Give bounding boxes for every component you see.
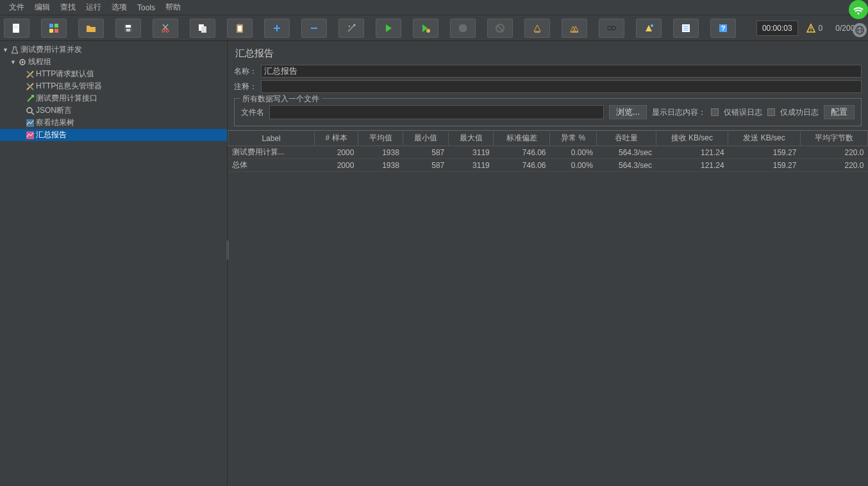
wrench-icon — [24, 70, 36, 79]
panel-title: 汇总报告 — [228, 41, 868, 63]
table-header[interactable]: 接收 KB/sec — [656, 131, 728, 146]
fieldset-legend: 所有数据写入一个文件 — [240, 94, 322, 105]
table-cell: 121.24 — [656, 159, 728, 172]
table-header[interactable]: 平均字节数 — [800, 131, 867, 146]
clear-all-button[interactable] — [562, 19, 587, 38]
svg-line-48 — [31, 112, 34, 115]
wand-button[interactable] — [338, 19, 364, 38]
config-button[interactable]: 配置 — [824, 105, 855, 119]
table-header[interactable]: 平均值 — [358, 131, 403, 146]
table-row[interactable]: 总体200019385873119746.060.00%564.3/sec121… — [228, 159, 868, 172]
save-button[interactable] — [115, 19, 141, 38]
tree-root[interactable]: ▼ 测试费用计算并发 — [0, 44, 227, 56]
name-label: 名称： — [234, 66, 257, 77]
table-header[interactable]: 发送 KB/sec — [728, 131, 801, 146]
tree-item-summary-report[interactable]: 汇总报告 — [0, 129, 227, 141]
file-input[interactable] — [269, 105, 604, 119]
menu-find[interactable]: 查找 — [55, 2, 81, 13]
splitter-handle[interactable] — [226, 237, 230, 263]
table-cell: 564.3/sec — [597, 146, 656, 159]
table-cell: 159.27 — [728, 159, 801, 172]
svg-text:?: ? — [721, 24, 726, 32]
table-cell: 587 — [403, 159, 448, 172]
add-button[interactable] — [264, 19, 290, 38]
table-cell: 746.06 — [494, 159, 550, 172]
name-input[interactable] — [261, 65, 862, 78]
help-button[interactable]: ? — [710, 19, 736, 38]
menu-edit[interactable]: 编辑 — [29, 2, 55, 13]
table-header[interactable]: 吞吐量 — [597, 131, 656, 146]
only-error-label: 仅错误日志 — [724, 107, 762, 118]
table-header[interactable]: 标准偏差 — [494, 131, 550, 146]
table-cell: 0.00% — [550, 159, 597, 172]
svg-rect-4 — [54, 24, 58, 28]
svg-point-11 — [166, 29, 169, 32]
tree-pane[interactable]: ▼ 测试费用计算并发 ▼ 线程组 HTTP请求默认值 HTTP信息头管理器 测试… — [0, 41, 228, 486]
svg-rect-2 — [13, 28, 19, 28]
globe-icon — [853, 23, 867, 37]
svg-point-31 — [651, 24, 653, 27]
log-label: 显示日志内容： — [652, 107, 706, 118]
gear-icon — [17, 58, 28, 67]
timer-display: 00:00:03 — [756, 21, 798, 36]
svg-point-41 — [22, 61, 24, 63]
menu-run[interactable]: 运行 — [81, 2, 106, 13]
table-cell: 2000 — [315, 159, 358, 172]
reset-search-button[interactable] — [636, 19, 662, 38]
table-header[interactable]: # 样本 — [315, 131, 358, 146]
assertion-icon — [24, 106, 36, 115]
table-cell: 1938 — [358, 146, 403, 159]
tree-item-http-defaults[interactable]: HTTP请求默认值 — [0, 68, 227, 80]
warning-count: 0 — [801, 23, 828, 33]
templates-button[interactable] — [41, 19, 67, 38]
svg-point-47 — [27, 108, 32, 113]
function-helper-button[interactable] — [673, 19, 699, 38]
table-header[interactable]: Label — [228, 131, 315, 146]
menu-options[interactable]: 选项 — [106, 2, 132, 13]
table-header[interactable]: 异常 % — [550, 131, 597, 146]
tree-item-assertion[interactable]: JSON断言 — [0, 105, 227, 117]
detail-pane: 汇总报告 名称： 注释： 所有数据写入一个文件 文件名 浏览... 显示日志内容… — [228, 41, 868, 486]
only-error-checkbox[interactable] — [711, 108, 719, 116]
svg-point-39 — [810, 30, 812, 31]
tree-item-sampler[interactable]: 测试费用计算接口 — [0, 92, 227, 105]
menu-help[interactable]: 帮助 — [160, 2, 186, 13]
svg-line-27 — [497, 26, 503, 31]
results-table: Label# 样本平均值最小值最大值标准偏差异常 %吞吐量接收 KB/sec发送… — [228, 130, 868, 172]
svg-point-24 — [349, 26, 350, 27]
copy-button[interactable] — [190, 19, 215, 38]
toolbar: ? 00:00:03 0 0/2000 — [0, 15, 868, 41]
tree-item-http-header[interactable]: HTTP信息头管理器 — [0, 80, 227, 92]
table-header[interactable]: 最大值 — [448, 131, 493, 146]
clear-button[interactable] — [524, 19, 550, 38]
remove-button[interactable] — [301, 19, 327, 38]
tree-item-results-tree[interactable]: 察看结果树 — [0, 117, 227, 129]
shutdown-button[interactable] — [487, 19, 513, 38]
svg-line-12 — [163, 24, 168, 29]
menu-file[interactable]: 文件 — [4, 2, 29, 13]
comment-input[interactable] — [261, 80, 862, 93]
table-cell: 测试费用计算... — [228, 146, 315, 159]
open-button[interactable] — [78, 19, 104, 38]
table-cell: 1938 — [358, 159, 403, 172]
cut-button[interactable] — [153, 19, 178, 38]
only-success-checkbox[interactable] — [767, 108, 775, 116]
browse-button[interactable]: 浏览... — [609, 105, 647, 119]
results-table-wrap[interactable]: Label# 样本平均值最小值最大值标准偏差异常 %吞吐量接收 KB/sec发送… — [228, 130, 868, 486]
svg-point-53 — [858, 13, 860, 15]
table-header[interactable]: 最小值 — [403, 131, 448, 146]
start-no-pause-button[interactable] — [413, 19, 438, 38]
table-cell: 总体 — [228, 159, 315, 172]
tree-thread-group[interactable]: ▼ 线程组 — [0, 56, 227, 68]
stop-button[interactable] — [450, 19, 476, 38]
flask-icon — [9, 46, 21, 54]
table-row[interactable]: 测试费用计算...200019385873119746.060.00%564.3… — [228, 146, 868, 159]
search-button[interactable] — [599, 19, 624, 38]
svg-point-10 — [162, 29, 165, 32]
comment-label: 注释： — [234, 81, 257, 92]
start-button[interactable] — [376, 19, 401, 38]
new-file-button[interactable] — [4, 19, 29, 38]
svg-rect-8 — [126, 25, 131, 28]
paste-button[interactable] — [227, 19, 253, 38]
menu-tools[interactable]: Tools — [132, 3, 160, 12]
